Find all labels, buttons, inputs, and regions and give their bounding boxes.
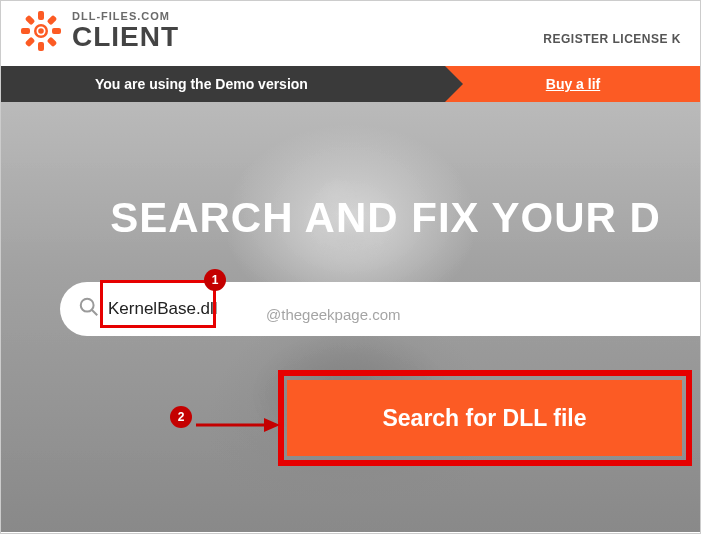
- svg-rect-1: [38, 11, 44, 20]
- search-dll-button[interactable]: Search for DLL file: [287, 380, 682, 456]
- hero-title: SEARCH AND FIX YOUR D: [0, 194, 701, 242]
- logo-product-name: CLIENT: [72, 22, 179, 51]
- svg-point-11: [81, 299, 94, 312]
- svg-point-10: [38, 28, 44, 34]
- hero-section: SEARCH AND FIX YOUR D Search for DLL fil…: [0, 102, 701, 532]
- demo-version-label: You are using the Demo version: [0, 66, 445, 102]
- search-bar: [60, 282, 701, 336]
- dll-search-input[interactable]: [108, 299, 248, 319]
- gear-icon: [20, 10, 62, 52]
- svg-rect-6: [25, 37, 36, 48]
- register-license-link[interactable]: REGISTER LICENSE K: [543, 32, 681, 52]
- svg-rect-4: [52, 28, 61, 34]
- search-icon: [78, 296, 100, 322]
- demo-version-bar: You are using the Demo version Buy a lif: [0, 66, 701, 102]
- app-header: DLL-FILES.COM CLIENT REGISTER LICENSE K: [0, 0, 701, 66]
- svg-rect-2: [38, 42, 44, 51]
- logo-text: DLL-FILES.COM CLIENT: [72, 11, 179, 52]
- svg-line-12: [92, 310, 97, 315]
- logo: DLL-FILES.COM CLIENT: [20, 10, 179, 52]
- svg-rect-3: [21, 28, 30, 34]
- svg-rect-7: [25, 15, 36, 26]
- svg-rect-5: [47, 15, 58, 26]
- buy-license-link[interactable]: Buy a lif: [445, 66, 701, 102]
- svg-rect-8: [47, 37, 58, 48]
